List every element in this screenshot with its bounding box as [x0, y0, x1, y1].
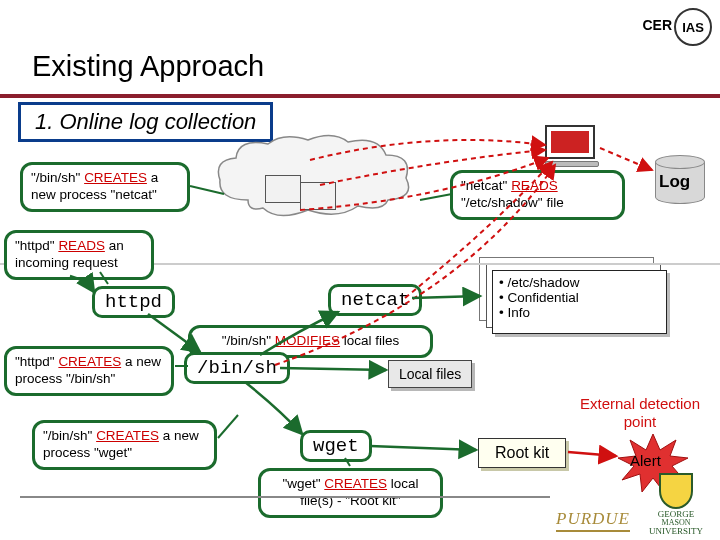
node-httpd: httpd	[92, 286, 175, 318]
log-computer-icon	[545, 125, 600, 167]
label-external-detection: External detection point	[570, 395, 710, 431]
logo-cer-ias: CERIAS	[642, 6, 712, 44]
footer-divider	[20, 496, 550, 498]
callout-wget-creates-rootkit: "wget" CREATES local file(s) - "Root kit…	[258, 468, 443, 518]
slide-title: Existing Approach	[32, 50, 264, 83]
node-wget: wget	[300, 430, 372, 462]
callout-binsh-creates-netcat: "/bin/sh" CREATES a new process "netcat"	[20, 162, 190, 212]
cloud-server-icon	[300, 182, 336, 210]
title-underline	[0, 94, 720, 98]
info-confidential-files: • /etc/shadow • Confidential • Info	[492, 270, 667, 334]
callout-httpd-creates-binsh: "httpd" CREATES a new process "/bin/sh"	[4, 346, 174, 396]
node-netcat: netcat	[328, 284, 422, 316]
callout-binsh-creates-wget: "/bin/sh" CREATES a new process "wget"	[32, 420, 217, 470]
callout-httpd-reads: "httpd" READS an incoming request	[4, 230, 154, 280]
alert-label: Alert	[630, 452, 661, 469]
cloud-server-icon	[265, 175, 301, 203]
logo-purdue: PURDUE	[556, 509, 630, 532]
node-local-files: Local files	[388, 360, 472, 388]
log-label: Log	[659, 172, 690, 192]
node-binsh: /bin/sh	[184, 352, 290, 384]
node-rootkit: Root kit	[478, 438, 566, 468]
logo-george-mason: GEORGE MASON UNIVERSITY	[636, 473, 716, 536]
callout-netcat-reads-shadow: "netcat" READS "/etc/shadow" file	[450, 170, 625, 220]
